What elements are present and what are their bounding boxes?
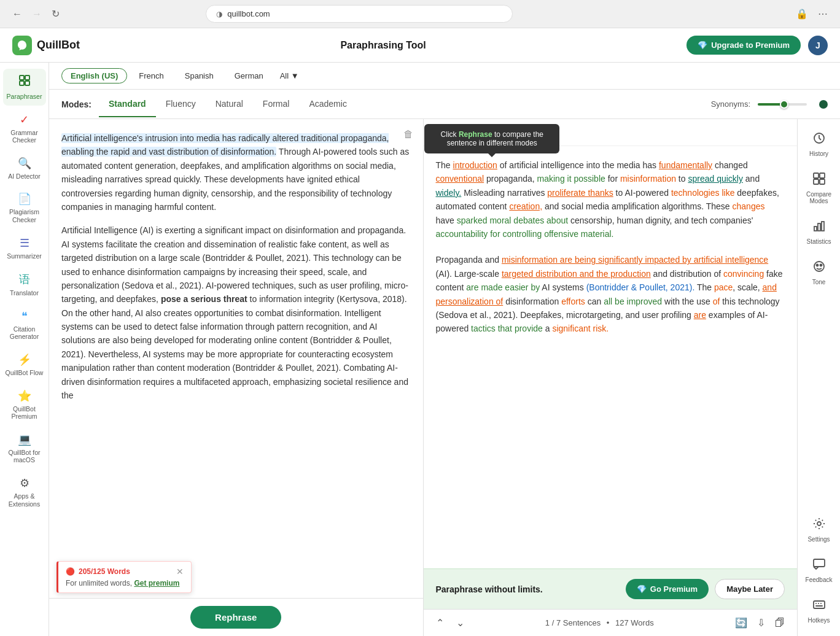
right-editor-body: The introduction of artificial intellige… [424, 146, 798, 568]
right-sidebar-settings[interactable]: Settings [801, 512, 838, 548]
synonyms-control: Synonyms: [711, 99, 828, 109]
right-sidebar-hotkeys[interactable]: Hotkeys [801, 593, 838, 629]
next-sentence-button[interactable]: ⌄ [454, 616, 467, 630]
mode-academic[interactable]: Academic [299, 91, 356, 117]
language-bar: English (US) French Spanish German All ▼ [49, 63, 840, 90]
sidebar-item-translator[interactable]: 语 Translator [3, 267, 46, 302]
rp2-are: are [694, 310, 706, 320]
rephrase-toolbar-button[interactable]: Rephrase [434, 124, 488, 141]
sidebar-item-macos[interactable]: 💻 QuillBot for macOS [3, 428, 46, 469]
bold-text-1: pose a serious threat [161, 294, 247, 304]
back-button[interactable]: ← [10, 6, 25, 22]
rephrase-main-button[interactable]: Rephrase [190, 606, 281, 629]
sentence-count: 1 / 7 Sentences [545, 618, 601, 627]
rp2-made-easier: are made easier by [466, 282, 540, 292]
undo-button[interactable]: ↻ [493, 124, 508, 141]
browser-actions: 🔒 ⋯ [793, 6, 830, 22]
synonyms-slider[interactable] [758, 100, 828, 109]
svg-rect-5 [814, 173, 819, 178]
right-sidebar-compare-label: Compare Modes [803, 191, 835, 204]
rp2-tactics: tactics that provide [471, 324, 543, 333]
premium-actions: 💎 Go Premium Maybe Later [626, 579, 785, 599]
prev-sentence-button[interactable]: ⌃ [434, 616, 446, 630]
lang-french[interactable]: French [130, 68, 173, 83]
mode-fluency[interactable]: Fluency [156, 91, 206, 117]
left-sidebar: Paraphraser ✓ Grammar Checker 🔍 AI Detec… [0, 63, 49, 636]
mode-formal[interactable]: Formal [253, 91, 300, 117]
rp1-introduction: introduction [453, 160, 497, 170]
warning-close-button[interactable]: ✕ [176, 567, 184, 576]
modes-label: Modes: [61, 99, 91, 109]
separator-dot: • [607, 618, 610, 627]
left-editor-body[interactable]: Artificial intelligence's intrusion into… [49, 119, 423, 598]
translate-icon-bottom[interactable]: 🔄 [733, 615, 750, 631]
rp2-targeted: targeted distribution and the production [502, 269, 651, 279]
rp1-accountability: accountability for controlling offensive… [436, 229, 614, 239]
right-sidebar-tone[interactable]: Tone [801, 255, 838, 290]
sidebar-item-premium[interactable]: ⭐ QuillBot Premium [3, 384, 46, 425]
plagiarism-icon: 📄 [18, 192, 31, 206]
sidebar-item-summarizer[interactable]: ☰ Summarizer [3, 231, 46, 265]
copy-button[interactable]: 📋 [513, 124, 533, 141]
translator-icon: 语 [19, 272, 30, 287]
sidebar-item-ai-detector[interactable]: 🔍 AI Detector [3, 152, 46, 185]
more-options-icon[interactable]: ⋯ [815, 6, 830, 22]
download-button[interactable]: ⇩ [755, 615, 768, 631]
reload-button[interactable]: ↻ [49, 6, 62, 22]
left-editor: 🗑 Artificial intelligence's intrusion in… [49, 119, 424, 636]
premium-icon: ⭐ [18, 389, 31, 403]
go-premium-button[interactable]: 💎 Go Premium [626, 579, 709, 599]
mode-natural[interactable]: Natural [206, 91, 253, 117]
right-sidebar-compare[interactable]: Compare Modes [801, 167, 838, 209]
lang-english-us[interactable]: English (US) [61, 68, 127, 83]
svg-rect-7 [814, 179, 819, 184]
sidebar-item-plagiarism[interactable]: 📄 Plagiarism Checker [3, 187, 46, 228]
slider-thumb[interactable] [780, 100, 788, 109]
right-sidebar-statistics[interactable]: Statistics [801, 214, 838, 250]
lang-german[interactable]: German [225, 68, 273, 83]
rp2-citation1: (Bontridder & Poullet, 2021). [586, 282, 695, 292]
browser-navigation: ← → ↻ [10, 6, 62, 22]
profile-icon[interactable]: 🔒 [793, 6, 811, 22]
word-warning-text: For unlimited words, Get premium [66, 579, 184, 588]
delete-button[interactable]: 🗑 [401, 126, 416, 142]
maybe-later-button[interactable]: Maybe Later [715, 579, 785, 599]
paraphraser-icon [18, 74, 31, 90]
sidebar-item-apps[interactable]: ⚙ Apps & Extensions [3, 471, 46, 513]
sidebar-item-paraphraser[interactable]: Paraphraser [3, 69, 46, 106]
forward-button[interactable]: → [29, 6, 44, 22]
right-sidebar-feedback[interactable]: Feedback [801, 553, 838, 588]
svg-point-14 [820, 265, 822, 266]
right-paragraph-2: Propaganda and misinformation are being … [436, 253, 785, 335]
sidebar-label-macos: QuillBot for macOS [6, 449, 44, 464]
rp1-widely: widely. [436, 188, 462, 198]
user-avatar[interactable]: J [808, 36, 828, 55]
sidebar-item-grammar[interactable]: ✓ Grammar Checker [3, 108, 46, 149]
modes-bar: Modes: Standard Fluency Natural Formal A… [49, 90, 840, 119]
address-bar: ◑ quillbot.com [206, 5, 513, 23]
sidebar-label-translator: Translator [10, 289, 39, 297]
mode-standard[interactable]: Standard [99, 91, 156, 117]
right-toolbar: Rephrase ↻ 📋 ⚑ [424, 119, 798, 146]
logo: QuillBot [12, 36, 80, 55]
rp1-misinformation: misinformation [620, 174, 676, 184]
bookmark-button[interactable]: ⚑ [538, 124, 554, 141]
compare-icon [812, 172, 826, 188]
upgrade-button[interactable]: 💎 Upgrade to Premium [686, 36, 801, 55]
macos-icon: 💻 [18, 433, 31, 446]
right-sidebar-history[interactable]: History [801, 126, 838, 162]
svg-rect-17 [814, 601, 825, 608]
go-premium-label: Go Premium [650, 584, 698, 594]
copy-all-button[interactable]: 🗍 [772, 615, 787, 631]
get-premium-link[interactable]: Get premium [134, 579, 179, 588]
rp1-creation: creation, [509, 201, 542, 211]
sidebar-label-flow: QuillBot Flow [6, 369, 44, 377]
premium-banner: Paraphrase without limits. 💎 Go Premium … [424, 568, 798, 609]
sidebar-item-citation[interactable]: ❝ Citation Generator [3, 304, 46, 346]
sidebar-item-flow[interactable]: ⚡ QuillBot Flow [3, 348, 46, 382]
lang-spanish[interactable]: Spanish [176, 68, 223, 83]
right-sidebar-tone-label: Tone [812, 279, 826, 285]
lang-all-dropdown[interactable]: All ▼ [275, 69, 304, 83]
rp1-making-possible: making it possible [537, 174, 605, 184]
slider-end-marker [819, 100, 828, 109]
